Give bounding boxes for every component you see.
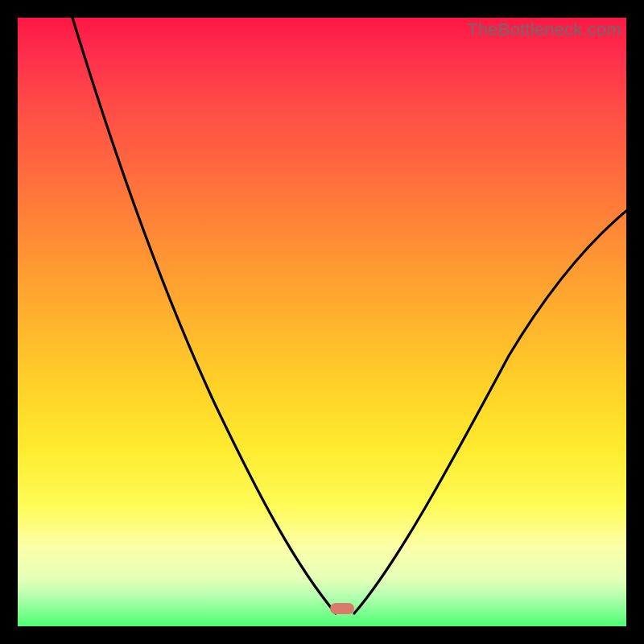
- curve-right-branch: [354, 211, 626, 613]
- curve-left-branch: [72, 18, 336, 613]
- bottleneck-curve: [18, 18, 626, 626]
- trough-marker: [330, 603, 354, 614]
- plot-area: TheBottleneck.com: [18, 18, 626, 626]
- chart-frame: TheBottleneck.com: [0, 0, 644, 644]
